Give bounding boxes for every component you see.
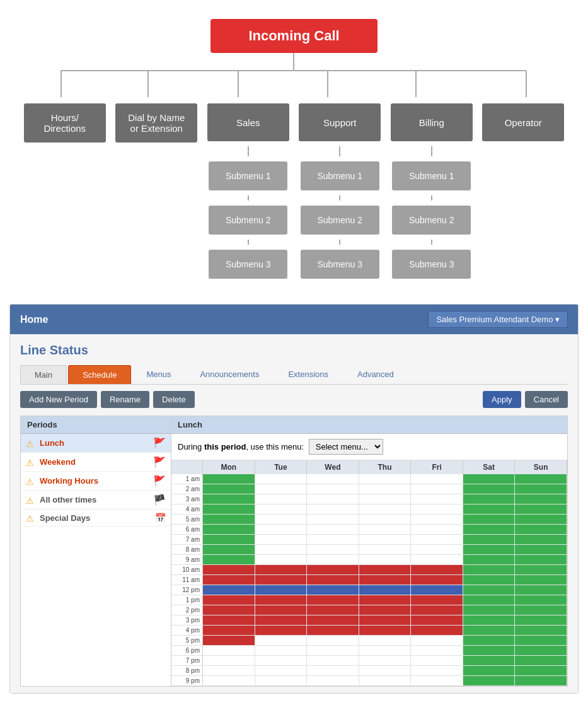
menu-selector-bold: this period — [204, 442, 246, 452]
cal-header-sun: Sun — [515, 460, 567, 474]
toolbar-right: Apply Cancel — [483, 391, 568, 408]
period-special-icon: 📅 — [155, 513, 166, 523]
menu-selector-suffix: , use this menu: — [246, 442, 306, 452]
support-sub2[interactable]: Submenu 2 — [301, 206, 379, 235]
cal-row-6pm: 6 pm — [171, 646, 567, 656]
bottom-description: Set call greetings and routing by hour, … — [0, 694, 588, 705]
cal-row-4am: 4 am — [171, 504, 567, 515]
sales-col: Sales Submenu 1 Submenu 2 Submenu 3 — [207, 103, 289, 279]
schedule-right-panel: Lunch During this period, use this menu:… — [171, 416, 568, 687]
cal-row-10am: 10 am — [171, 565, 567, 575]
dial-node[interactable]: Dial by Nameor Extension — [115, 103, 197, 143]
cal-row-6am: 6 am — [171, 525, 567, 535]
calendar-grid: Mon Tue Wed Thu Fri Sat Sun 1 am — [171, 460, 567, 686]
support-sub3[interactable]: Submenu 3 — [301, 250, 379, 279]
time-5am: 5 am — [171, 515, 203, 524]
warn-icon-working — [26, 476, 36, 486]
sales-node[interactable]: Sales — [207, 103, 289, 141]
period-other-flag: 🏴 — [153, 494, 166, 506]
support-node[interactable]: Support — [299, 103, 381, 141]
time-3am: 3 am — [171, 494, 203, 504]
period-special-label: Special Days — [40, 513, 151, 523]
period-working[interactable]: Working Hours 🚩 — [21, 472, 171, 491]
billing-node[interactable]: Billing — [391, 103, 473, 141]
cal-row-12pm: 12 pm — [171, 585, 567, 595]
cal-row-3am: 3 am — [171, 494, 567, 504]
time-3pm: 3 pm — [171, 615, 203, 625]
operator-col: Operator — [482, 103, 564, 141]
menu-select-dropdown[interactable]: Select menu... — [309, 439, 383, 455]
cal-row-5am: 5 am — [171, 515, 567, 525]
demo-dropdown-button[interactable]: Sales Premium Attendant Demo ▾ — [428, 311, 568, 328]
incoming-call-box: Incoming Call — [210, 19, 377, 53]
app-section: Home Sales Premium Attendant Demo ▾ Line… — [9, 304, 579, 694]
period-other[interactable]: All other times 🏴 — [21, 491, 171, 510]
sales-sub1[interactable]: Submenu 1 — [209, 161, 287, 190]
connector-svg — [13, 53, 575, 103]
schedule-main: Periods Lunch 🚩 Weekend 🚩 Working Hours — [20, 416, 568, 687]
time-10am: 10 am — [171, 565, 203, 574]
tab-announcements[interactable]: Announcements — [186, 365, 273, 384]
cal-row-8am: 8 am — [171, 545, 567, 555]
billing-sub2[interactable]: Submenu 2 — [392, 206, 471, 235]
time-8am: 8 am — [171, 545, 203, 554]
warn-icon-lunch — [26, 438, 36, 448]
sales-sub2[interactable]: Submenu 2 — [209, 206, 287, 235]
toolbar-left: Add New Period Rename Delete — [20, 391, 195, 408]
time-4am: 4 am — [171, 504, 203, 514]
toolbar: Add New Period Rename Delete Apply Cance… — [20, 391, 568, 408]
rename-button[interactable]: Rename — [101, 391, 149, 408]
period-working-flag: 🚩 — [153, 475, 166, 487]
time-7pm: 7 pm — [171, 656, 203, 665]
time-9am: 9 am — [171, 555, 203, 564]
time-8pm: 8 pm — [171, 666, 203, 675]
tab-main[interactable]: Main — [20, 365, 67, 384]
support-sub1[interactable]: Submenu 1 — [301, 161, 379, 190]
time-1am: 1 am — [171, 474, 203, 484]
cal-row-2am: 2 am — [171, 484, 567, 494]
billing-col: Billing Submenu 1 Submenu 2 Submenu 3 — [391, 103, 473, 279]
warn-icon-special — [26, 513, 36, 523]
sales-sub3[interactable]: Submenu 3 — [209, 250, 287, 279]
cancel-button[interactable]: Cancel — [525, 391, 568, 408]
period-other-label: All other times — [40, 495, 149, 504]
flowchart-top: Incoming Call — [13, 19, 575, 53]
period-special[interactable]: Special Days 📅 — [21, 510, 171, 527]
operator-node[interactable]: Operator — [482, 103, 564, 141]
cal-row-2pm: 2 pm — [171, 605, 567, 615]
cal-row-11am: 11 am — [171, 575, 567, 585]
billing-sub1[interactable]: Submenu 1 — [392, 161, 471, 190]
menu-selector: During this period, use this menu: Selec… — [171, 434, 567, 460]
cal-header-sat: Sat — [463, 460, 516, 474]
flowchart-section: Incoming Call Hours/Directions Dial by N… — [0, 0, 588, 291]
cal-header-empty — [171, 460, 203, 474]
apply-button[interactable]: Apply — [483, 391, 521, 408]
tab-advanced[interactable]: Advanced — [343, 365, 408, 384]
app-body: Line Status Main Schedule Menus Announce… — [10, 334, 578, 693]
app-title: Home — [20, 314, 48, 325]
time-7am: 7 am — [171, 535, 203, 544]
time-1pm: 1 pm — [171, 595, 203, 605]
cal-row-9pm: 9 pm — [171, 676, 567, 686]
cal-row-1am: 1 am — [171, 474, 567, 484]
add-period-button[interactable]: Add New Period — [20, 391, 97, 408]
period-weekend[interactable]: Weekend 🚩 — [21, 453, 171, 472]
cal-header-thu: Thu — [359, 460, 412, 474]
tab-extensions[interactable]: Extensions — [274, 365, 342, 384]
time-11am: 11 am — [171, 575, 203, 585]
periods-panel: Periods Lunch 🚩 Weekend 🚩 Working Hours — [20, 416, 171, 687]
periods-header: Periods — [21, 416, 171, 434]
tab-menus[interactable]: Menus — [132, 365, 185, 384]
time-12pm: 12 pm — [171, 585, 203, 595]
period-lunch[interactable]: Lunch 🚩 — [21, 434, 171, 453]
tab-schedule[interactable]: Schedule — [68, 365, 131, 384]
hours-node[interactable]: Hours/Directions — [24, 103, 106, 143]
billing-sub3[interactable]: Submenu 3 — [392, 250, 471, 279]
line-status-title: Line Status — [20, 343, 568, 358]
delete-button[interactable]: Delete — [153, 391, 195, 408]
level1-nodes: Hours/Directions Dial by Nameor Extensio… — [13, 103, 575, 279]
cal-row-7pm: 7 pm — [171, 656, 567, 666]
cal-row-9am: 9 am — [171, 555, 567, 565]
hours-col: Hours/Directions — [24, 103, 106, 143]
app-header: Home Sales Premium Attendant Demo ▾ — [10, 305, 578, 334]
